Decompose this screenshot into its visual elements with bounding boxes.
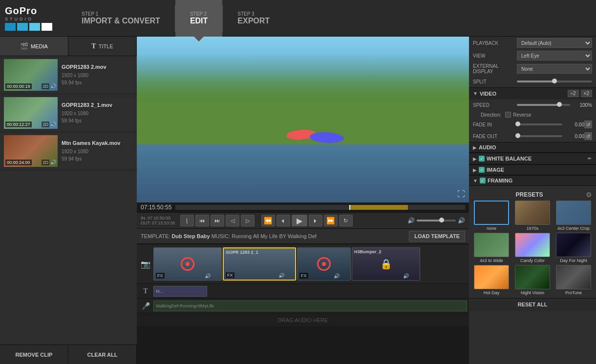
clip-target-1 xyxy=(181,257,194,271)
fast-fwd-button[interactable]: ⏩ xyxy=(324,215,338,226)
speed-slider[interactable] xyxy=(517,104,570,106)
top-bar: GoPro STUDIO STEP 1 IMPORT & CONVERT STE… xyxy=(0,0,596,37)
speed-multiply-button[interactable]: ×2 xyxy=(581,90,592,97)
eyedropper-icon[interactable]: ✒ xyxy=(587,155,592,162)
template-name: Dub Step Baby xyxy=(171,233,210,239)
preset-thumb-daynight xyxy=(556,233,591,257)
loop-button[interactable]: ↻ xyxy=(339,215,353,226)
fade-out-slider[interactable] xyxy=(517,135,562,137)
media-item[interactable]: 00:00:24:00 2D 🔊 Mtn Games Kayak.mov 192… xyxy=(0,132,137,170)
step-2[interactable]: STEP 2 EDIT xyxy=(175,0,222,37)
title-track: T M... xyxy=(137,283,469,298)
playback-select[interactable]: Default (Auto) xyxy=(517,38,592,48)
media-list: 00:00:00:19 2D 🔊 GOPR1283 2.mov 1920 x 1… xyxy=(0,56,137,344)
left-tabs: 🎬 MEDIA T TITLE xyxy=(0,37,137,56)
split-slider[interactable] xyxy=(517,81,592,82)
wb-arrow: ▶ xyxy=(473,156,477,162)
step-1[interactable]: STEP 1 IMPORT & CONVERT xyxy=(67,0,175,37)
reverse-checkbox[interactable] xyxy=(505,112,511,118)
title-track-icon: T xyxy=(139,286,152,297)
fade-in-row: FADE IN 0.00 ↺ xyxy=(469,119,596,130)
wb-checkbox[interactable]: ✓ xyxy=(479,156,485,162)
clip-target-inner-3 xyxy=(322,262,326,266)
step-3[interactable]: STEP 3 EXPORT xyxy=(223,0,284,37)
play-button[interactable]: ▶ xyxy=(292,215,307,226)
white-balance-section-header[interactable]: ▶ ✓ WHITE BALANCE ✒ xyxy=(469,153,596,164)
preset-1970s[interactable]: 1970s xyxy=(513,201,552,231)
media-duration-1: 00:00:00:19 xyxy=(5,83,32,89)
media-thumb-3: 00:00:24:00 2D 🔊 xyxy=(4,135,58,167)
step-1-name: IMPORT & CONVERT xyxy=(82,17,160,25)
preset-candy-color[interactable]: Candy Color xyxy=(513,233,552,263)
media-duration-2: 00:00:12:27 xyxy=(5,121,32,127)
image-checkbox[interactable]: ✓ xyxy=(479,167,485,173)
preset-4x3wide[interactable]: 4x3 to Wide xyxy=(472,233,511,263)
fade-out-knob[interactable] xyxy=(515,133,520,138)
preset-thumb-4x3wide xyxy=(474,233,509,257)
title-clip[interactable]: M... xyxy=(153,286,207,297)
image-section-header[interactable]: ▶ ✓ IMAGE xyxy=(469,164,596,175)
media-item[interactable]: 00:00:12:27 2D 🔊 GOPR1283 2_1.mov 1920 x… xyxy=(0,94,137,132)
timeline-clip-1[interactable]: 🔊 FX xyxy=(153,247,222,281)
preset-night-vision[interactable]: Night Vision xyxy=(513,265,552,295)
fade-in-slider[interactable] xyxy=(517,123,562,125)
preset-4x3center[interactable]: 4x3 Center Crop xyxy=(554,201,593,231)
steps-nav: STEP 1 IMPORT & CONVERT STEP 2 EDIT STEP… xyxy=(67,0,591,37)
audio-section-header[interactable]: ▶ AUDIO xyxy=(469,142,596,153)
reverse-label: Reverse xyxy=(513,112,531,118)
preset-none[interactable]: none xyxy=(472,201,511,231)
video-track: 📷 🔊 FX GOPR 1283 2_1 🔊 FX xyxy=(137,244,469,283)
timeline-scrub[interactable] xyxy=(175,205,465,210)
split-knob[interactable] xyxy=(552,79,557,83)
step-fwd-button[interactable]: ⏵ xyxy=(309,215,322,226)
video-arrow: ▼ xyxy=(473,91,478,96)
volume-slider[interactable] xyxy=(417,220,456,222)
preset-label-hotday: Hot Day xyxy=(484,290,500,295)
timeline-clip-3[interactable]: 🔊 FX xyxy=(297,247,351,281)
fade-in-knob[interactable] xyxy=(515,121,520,126)
view-select[interactable]: Left Eye xyxy=(517,51,592,61)
audio-clip[interactable]: WalkingDef-RunningAllMyLife xyxy=(153,301,467,311)
drag-audio-zone[interactable]: DRAG AUDIO HERE xyxy=(137,313,469,326)
load-template-button[interactable]: LOAD TEMPLATE xyxy=(409,231,465,242)
media-item[interactable]: 00:00:00:19 2D 🔊 GOPR1283 2.mov 1920 x 1… xyxy=(0,56,137,94)
preset-hot-day[interactable]: Hot Day xyxy=(472,265,511,295)
media-thumb-1: 00:00:00:19 2D 🔊 xyxy=(4,59,58,91)
main-layout: 🎬 MEDIA T TITLE 00:00:00:19 2D 🔊 GO xyxy=(0,37,596,364)
speed-divide-button[interactable]: ÷2 xyxy=(568,90,579,97)
mark-in-button[interactable]: ⌊ xyxy=(180,215,194,226)
audio-track-icon: 🎤 xyxy=(139,301,152,311)
mark-left-button[interactable]: ◁ xyxy=(226,215,239,226)
fade-in-reset-button[interactable]: ↺ xyxy=(584,121,592,128)
speed-knob[interactable] xyxy=(557,102,562,107)
external-display-select[interactable]: None xyxy=(517,64,592,74)
remove-clip-button[interactable]: REMOVE CLIP xyxy=(0,345,68,364)
rewind-button[interactable]: ⏪ xyxy=(261,215,275,226)
framing-checkbox[interactable]: ✓ xyxy=(480,178,486,183)
tab-media-label: MEDIA xyxy=(31,43,48,49)
template-bar: TEMPLATE: Dub Step Baby MUSIC: Running A… xyxy=(137,229,469,244)
step-back-button[interactable]: ⏴ xyxy=(277,215,290,226)
expand-button[interactable]: ⛶ xyxy=(457,190,465,199)
logo-sub: STUDIO xyxy=(5,17,33,21)
tab-title[interactable]: T TITLE xyxy=(68,37,137,56)
split-fill xyxy=(517,81,554,82)
preset-protune[interactable]: ProTune xyxy=(554,265,593,295)
view-row: VIEW Left Eye xyxy=(469,49,596,62)
presets-gear-icon[interactable]: ⚙ xyxy=(586,191,592,199)
preset-day-for-night[interactable]: Day For Night xyxy=(554,233,593,263)
reset-all-button[interactable]: RESET ALL xyxy=(469,298,596,310)
timeline-clip-2[interactable]: GOPR 1283 2_1 🔊 FX xyxy=(223,247,296,281)
prev-frame-button[interactable]: ⏭ xyxy=(211,215,224,226)
fade-out-reset-button[interactable]: ↺ xyxy=(584,132,592,140)
video-section-header[interactable]: ▼ VIDEO ÷2 ×2 xyxy=(469,87,596,99)
go-start-button[interactable]: ⏮ xyxy=(195,215,209,226)
clear-all-button[interactable]: CLEAR ALL xyxy=(68,345,137,364)
mark-right-button[interactable]: ▷ xyxy=(241,215,255,226)
scrub-marker xyxy=(349,205,350,210)
step-2-num: STEP 2 xyxy=(190,11,208,17)
tab-media[interactable]: 🎬 MEDIA xyxy=(0,37,68,56)
framing-section-header[interactable]: ▼ ✓ FRAMING xyxy=(469,175,596,186)
timecode-display: 07:15:50:55 xyxy=(141,204,171,211)
timeline-clip-4[interactable]: H3Bumper_2 🔒 🔊 xyxy=(352,247,420,281)
